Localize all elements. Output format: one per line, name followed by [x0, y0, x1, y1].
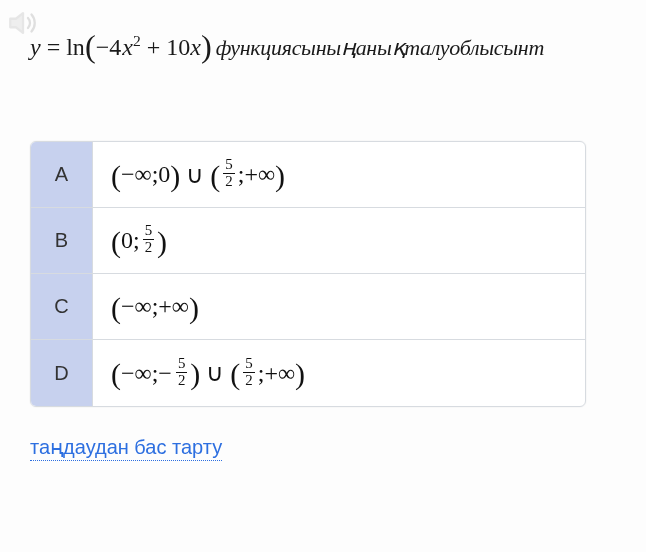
svg-marker-0: [10, 13, 23, 33]
option-content: (−∞; 0) ∪ (52; +∞): [93, 142, 585, 207]
option-letter: A: [31, 142, 93, 207]
quiz-page: y = ln(−4x2 + 10x)функциясыныңанықталуоб…: [0, 0, 646, 552]
question-tail: функциясыныңанықталуоблысынт: [212, 35, 544, 60]
option-letter: D: [31, 340, 93, 406]
option-d[interactable]: D (−∞; −52) ∪ (52; +∞): [31, 340, 585, 406]
fraction: 52: [243, 356, 254, 388]
answer-options: A (−∞; 0) ∪ (52; +∞) B (0; 52) C (−∞; +∞…: [30, 141, 586, 407]
option-b[interactable]: B (0; 52): [31, 208, 585, 274]
fraction: 52: [223, 157, 234, 189]
decline-selection-link[interactable]: таңдаудан бас тарту: [30, 435, 222, 461]
speaker-icon[interactable]: [6, 6, 40, 40]
option-letter: B: [31, 208, 93, 273]
option-c[interactable]: C (−∞; +∞): [31, 274, 585, 340]
option-content: (0; 52): [93, 208, 585, 273]
option-letter: C: [31, 274, 93, 339]
option-content: (−∞; +∞): [93, 274, 585, 339]
question-text: y = ln(−4x2 + 10x)функциясыныңанықталуоб…: [30, 18, 646, 69]
fraction: 52: [176, 356, 187, 388]
fraction: 52: [143, 223, 154, 255]
option-content: (−∞; −52) ∪ (52; +∞): [93, 340, 585, 406]
option-a[interactable]: A (−∞; 0) ∪ (52; +∞): [31, 142, 585, 208]
